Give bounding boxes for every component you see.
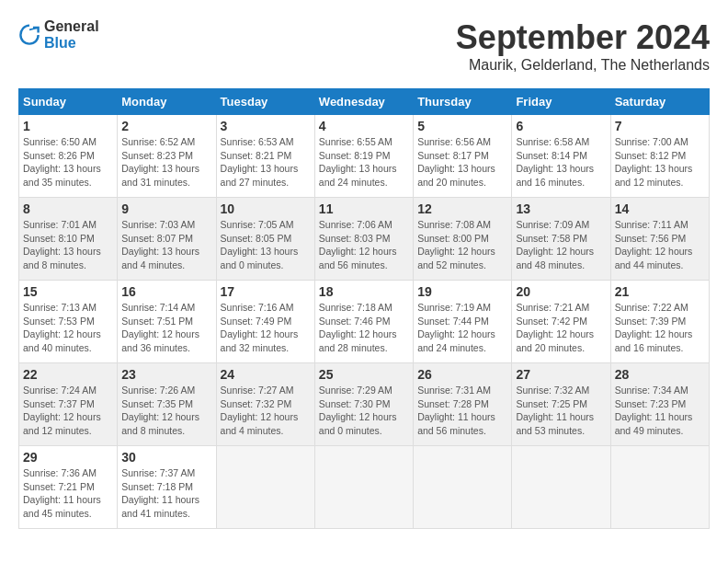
day-info: Sunrise: 7:08 AMSunset: 8:00 PMDaylight:… xyxy=(417,218,507,272)
day-info: Sunrise: 7:21 AMSunset: 7:42 PMDaylight:… xyxy=(516,301,606,355)
day-cell-6: 6Sunrise: 6:58 AMSunset: 8:14 PMDaylight… xyxy=(512,115,610,198)
day-number: 5 xyxy=(417,119,507,133)
day-cell-20: 20Sunrise: 7:21 AMSunset: 7:42 PMDayligh… xyxy=(512,281,610,363)
day-cell-9: 9Sunrise: 7:03 AMSunset: 8:07 PMDaylight… xyxy=(118,198,216,281)
day-number: 28 xyxy=(615,367,705,382)
day-cell-25: 25Sunrise: 7:29 AMSunset: 7:30 PMDayligh… xyxy=(314,363,413,446)
day-cell-12: 12Sunrise: 7:08 AMSunset: 8:00 PMDayligh… xyxy=(414,198,512,281)
day-info: Sunrise: 7:16 AMSunset: 7:49 PMDaylight:… xyxy=(221,301,311,355)
day-info: Sunrise: 7:34 AMSunset: 7:23 PMDaylight:… xyxy=(615,384,705,438)
day-cell-4: 4Sunrise: 6:55 AMSunset: 8:19 PMDaylight… xyxy=(314,115,413,198)
header-saturday: Saturday xyxy=(610,89,709,115)
day-cell-22: 22Sunrise: 7:24 AMSunset: 7:37 PMDayligh… xyxy=(19,363,118,446)
day-info: Sunrise: 6:55 AMSunset: 8:19 PMDaylight:… xyxy=(319,135,409,190)
day-info: Sunrise: 7:24 AMSunset: 7:37 PMDaylight:… xyxy=(23,384,113,438)
day-number: 20 xyxy=(516,284,606,299)
day-cell-26: 26Sunrise: 7:31 AMSunset: 7:28 PMDayligh… xyxy=(414,363,512,446)
day-info: Sunrise: 7:06 AMSunset: 8:03 PMDaylight:… xyxy=(319,218,409,272)
day-number: 25 xyxy=(319,367,409,382)
day-number: 16 xyxy=(121,284,211,299)
day-info: Sunrise: 7:27 AMSunset: 7:32 PMDaylight:… xyxy=(221,384,311,438)
day-cell-24: 24Sunrise: 7:27 AMSunset: 7:32 PMDayligh… xyxy=(216,363,314,446)
day-cell-2: 2Sunrise: 6:52 AMSunset: 8:23 PMDaylight… xyxy=(118,115,216,198)
empty-cell xyxy=(414,446,512,529)
week-row-3: 15Sunrise: 7:13 AMSunset: 7:53 PMDayligh… xyxy=(19,281,710,363)
logo-blue: Blue xyxy=(44,35,99,52)
day-number: 3 xyxy=(221,119,311,133)
day-info: Sunrise: 7:03 AMSunset: 8:07 PMDaylight:… xyxy=(121,218,211,272)
day-cell-1: 1Sunrise: 6:50 AMSunset: 8:26 PMDaylight… xyxy=(19,115,118,198)
day-number: 26 xyxy=(417,367,507,382)
day-number: 12 xyxy=(417,201,507,216)
day-number: 10 xyxy=(221,201,311,216)
day-cell-28: 28Sunrise: 7:34 AMSunset: 7:23 PMDayligh… xyxy=(610,363,709,446)
day-cell-5: 5Sunrise: 6:56 AMSunset: 8:17 PMDaylight… xyxy=(414,115,512,198)
day-cell-23: 23Sunrise: 7:26 AMSunset: 7:35 PMDayligh… xyxy=(118,363,216,446)
title-section: September 2024 Maurik, Gelderland, The N… xyxy=(456,18,710,74)
day-cell-8: 8Sunrise: 7:01 AMSunset: 8:10 PMDaylight… xyxy=(19,198,118,281)
day-info: Sunrise: 7:05 AMSunset: 8:05 PMDaylight:… xyxy=(221,218,311,272)
day-cell-30: 30Sunrise: 7:37 AMSunset: 7:18 PMDayligh… xyxy=(118,446,216,529)
day-info: Sunrise: 6:53 AMSunset: 8:21 PMDaylight:… xyxy=(221,135,311,190)
day-number: 27 xyxy=(516,367,606,382)
day-number: 23 xyxy=(121,367,211,382)
logo-text: General Blue xyxy=(44,18,99,51)
week-row-4: 22Sunrise: 7:24 AMSunset: 7:37 PMDayligh… xyxy=(19,363,710,446)
day-number: 22 xyxy=(23,367,113,382)
day-info: Sunrise: 7:00 AMSunset: 8:12 PMDaylight:… xyxy=(615,135,705,190)
week-row-1: 1Sunrise: 6:50 AMSunset: 8:26 PMDaylight… xyxy=(19,115,710,198)
day-number: 17 xyxy=(221,284,311,299)
day-info: Sunrise: 7:11 AMSunset: 7:56 PMDaylight:… xyxy=(615,218,705,272)
empty-cell xyxy=(610,446,709,529)
calendar-table: SundayMondayTuesdayWednesdayThursdayFrid… xyxy=(18,88,710,529)
day-number: 7 xyxy=(615,119,705,133)
day-cell-15: 15Sunrise: 7:13 AMSunset: 7:53 PMDayligh… xyxy=(19,281,118,363)
day-number: 6 xyxy=(516,119,606,133)
day-cell-11: 11Sunrise: 7:06 AMSunset: 8:03 PMDayligh… xyxy=(314,198,413,281)
day-info: Sunrise: 6:52 AMSunset: 8:23 PMDaylight:… xyxy=(121,135,211,190)
month-title: September 2024 xyxy=(456,18,710,57)
day-number: 14 xyxy=(615,201,705,216)
day-cell-27: 27Sunrise: 7:32 AMSunset: 7:25 PMDayligh… xyxy=(512,363,610,446)
header-friday: Friday xyxy=(512,89,610,115)
day-info: Sunrise: 7:26 AMSunset: 7:35 PMDaylight:… xyxy=(121,384,211,438)
header-sunday: Sunday xyxy=(19,89,118,115)
day-number: 29 xyxy=(23,450,113,465)
logo-general: General xyxy=(44,18,99,35)
day-info: Sunrise: 7:29 AMSunset: 7:30 PMDaylight:… xyxy=(319,384,409,438)
day-info: Sunrise: 7:14 AMSunset: 7:51 PMDaylight:… xyxy=(121,301,211,355)
day-info: Sunrise: 7:31 AMSunset: 7:28 PMDaylight:… xyxy=(417,384,507,438)
day-info: Sunrise: 7:09 AMSunset: 7:58 PMDaylight:… xyxy=(516,218,606,272)
header-wednesday: Wednesday xyxy=(314,89,413,115)
day-number: 8 xyxy=(23,201,113,216)
day-number: 11 xyxy=(319,201,409,216)
day-cell-3: 3Sunrise: 6:53 AMSunset: 8:21 PMDaylight… xyxy=(216,115,314,198)
day-cell-21: 21Sunrise: 7:22 AMSunset: 7:39 PMDayligh… xyxy=(610,281,709,363)
day-info: Sunrise: 7:36 AMSunset: 7:21 PMDaylight:… xyxy=(23,466,113,521)
header-monday: Monday xyxy=(118,89,216,115)
day-info: Sunrise: 7:22 AMSunset: 7:39 PMDaylight:… xyxy=(615,301,705,355)
calendar-header-row: SundayMondayTuesdayWednesdayThursdayFrid… xyxy=(19,89,710,115)
empty-cell xyxy=(216,446,314,529)
day-number: 24 xyxy=(221,367,311,382)
page-header: General Blue September 2024 Maurik, Geld… xyxy=(18,18,710,74)
week-row-2: 8Sunrise: 7:01 AMSunset: 8:10 PMDaylight… xyxy=(19,198,710,281)
day-cell-16: 16Sunrise: 7:14 AMSunset: 7:51 PMDayligh… xyxy=(118,281,216,363)
empty-cell xyxy=(512,446,610,529)
day-number: 18 xyxy=(319,284,409,299)
day-cell-29: 29Sunrise: 7:36 AMSunset: 7:21 PMDayligh… xyxy=(19,446,118,529)
day-info: Sunrise: 7:32 AMSunset: 7:25 PMDaylight:… xyxy=(516,384,606,438)
day-cell-10: 10Sunrise: 7:05 AMSunset: 8:05 PMDayligh… xyxy=(216,198,314,281)
day-info: Sunrise: 6:56 AMSunset: 8:17 PMDaylight:… xyxy=(417,135,507,190)
day-info: Sunrise: 7:18 AMSunset: 7:46 PMDaylight:… xyxy=(319,301,409,355)
day-number: 30 xyxy=(121,450,211,465)
header-thursday: Thursday xyxy=(414,89,512,115)
header-tuesday: Tuesday xyxy=(216,89,314,115)
day-number: 9 xyxy=(121,201,211,216)
empty-cell xyxy=(314,446,413,529)
week-row-5: 29Sunrise: 7:36 AMSunset: 7:21 PMDayligh… xyxy=(19,446,710,529)
day-number: 19 xyxy=(417,284,507,299)
location-subtitle: Maurik, Gelderland, The Netherlands xyxy=(456,57,710,74)
day-info: Sunrise: 7:13 AMSunset: 7:53 PMDaylight:… xyxy=(23,301,113,355)
day-number: 13 xyxy=(516,201,606,216)
